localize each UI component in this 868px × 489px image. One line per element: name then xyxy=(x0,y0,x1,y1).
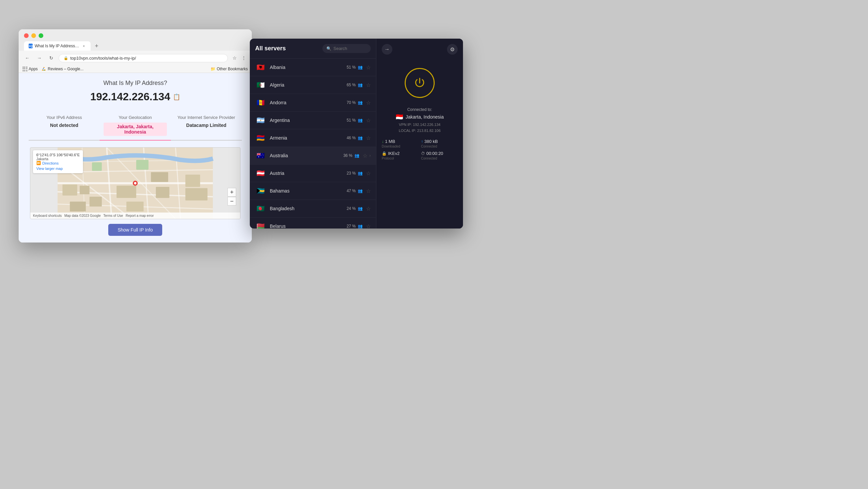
vpn-right-header: → ⚙ xyxy=(382,44,458,55)
refresh-button[interactable]: ↻ xyxy=(46,53,56,63)
star-button[interactable]: ☆ xyxy=(366,206,371,212)
address-bar[interactable]: 🔒 top10vpn.com/tools/what-is-my-ip/ xyxy=(59,54,228,62)
server-name: Andorra xyxy=(270,100,347,105)
ip-info-grid: Your IPv6 Address Not detected Your Geol… xyxy=(29,111,242,141)
server-name: Bahamas xyxy=(270,188,347,193)
tab-favicon: 1Q xyxy=(29,43,33,48)
star-button[interactable]: ☆ xyxy=(366,117,371,124)
star-button[interactable]: ☆ xyxy=(366,64,371,71)
map-directions-link[interactable]: ⏩ Directions xyxy=(36,161,80,165)
server-item[interactable]: 🇦🇩 Andorra 70 % 👥 ☆ xyxy=(250,94,376,112)
server-item[interactable]: 🇦🇱 Albania 51 % 👥 ☆ xyxy=(250,59,376,76)
maximize-traffic-light[interactable] xyxy=(39,33,43,38)
apps-grid-icon xyxy=(23,67,27,71)
local-ip-value: 213.81.82.106 xyxy=(417,129,440,132)
connected-location: 🇮🇩 Jakarta, Indonesia xyxy=(396,113,444,121)
connected-flag: 🇮🇩 xyxy=(396,113,403,121)
minimize-traffic-light[interactable] xyxy=(31,33,36,38)
back-button[interactable]: ← xyxy=(23,53,32,63)
tab-close-button[interactable]: × xyxy=(82,43,86,49)
geoloc-label: Your Geolocation xyxy=(119,115,152,120)
svg-point-25 xyxy=(134,182,136,184)
users-icon: 👥 xyxy=(358,171,363,176)
url-text: top10vpn.com/tools/what-is-my-ip/ xyxy=(70,56,136,61)
zoom-in-button[interactable]: + xyxy=(227,188,236,196)
server-name: Algeria xyxy=(270,82,347,88)
close-traffic-light[interactable] xyxy=(24,33,29,38)
browser-titlebar: 1Q What Is My IP Address? Public... × + xyxy=(19,29,252,51)
vpn-panel: All servers 🔍 🇦🇱 Albania 51 % 👥 ☆ 🇩🇿 Alg… xyxy=(250,39,463,228)
copy-ip-button[interactable]: 📋 xyxy=(173,93,180,101)
users-icon: 👥 xyxy=(358,83,363,87)
server-name: Australia xyxy=(270,153,343,158)
view-larger-map-link[interactable]: View larger map xyxy=(36,166,80,171)
directions-icon: ⏩ xyxy=(36,161,41,165)
bookmark-icon[interactable]: ☆ xyxy=(230,54,239,62)
tab-bar: 1Q What Is My IP Address? Public... × + xyxy=(24,41,246,51)
protocol-label: Protocol xyxy=(382,157,418,160)
star-button[interactable]: ☆ xyxy=(366,188,371,194)
server-load: 70 % xyxy=(347,100,356,105)
star-button[interactable]: ☆ xyxy=(366,100,371,106)
server-load: 51 % xyxy=(347,65,356,70)
isp-value: Datacamp Limited xyxy=(186,123,226,128)
apps-bookmark[interactable]: Apps xyxy=(23,67,38,71)
users-icon: 👥 xyxy=(358,206,363,211)
other-bookmarks[interactable]: 📁 Other Bookmarks xyxy=(211,67,248,71)
ipv6-cell: Your IPv6 Address Not detected xyxy=(29,111,100,141)
star-button[interactable]: ☆ xyxy=(366,170,371,177)
server-item[interactable]: 🇦🇲 Armenia 46 % 👥 ☆ xyxy=(250,129,376,147)
browser-nav: ← → ↻ 🔒 top10vpn.com/tools/what-is-my-ip… xyxy=(19,51,252,65)
star-button[interactable]: ☆ xyxy=(366,223,371,229)
vpn-ip-value: 192.142.226.134 xyxy=(413,123,441,127)
power-button[interactable] xyxy=(405,68,435,98)
server-item[interactable]: 🇦🇷 Argentina 51 % 👥 ☆ xyxy=(250,112,376,129)
star-button[interactable]: ☆ xyxy=(363,153,367,159)
map-report-link[interactable]: Report a map error xyxy=(126,214,154,217)
svg-rect-23 xyxy=(92,162,102,171)
vpn-search-box[interactable]: 🔍 xyxy=(322,44,371,53)
forward-button[interactable]: → xyxy=(35,53,44,63)
bookmarks-bar: Apps Reviews – Google... 📁 Other Bookmar… xyxy=(19,65,252,73)
connected-city: Jakarta, Indonesia xyxy=(406,114,444,120)
zoom-out-button[interactable]: − xyxy=(227,197,236,206)
server-item[interactable]: 🇩🇿 Algeria 65 % 👥 ☆ xyxy=(250,76,376,94)
server-flag: 🇩🇿 xyxy=(255,80,266,90)
server-list-scroll[interactable]: 🇦🇱 Albania 51 % 👥 ☆ 🇩🇿 Algeria 65 % 👥 ☆ … xyxy=(250,59,376,228)
vpn-stats: ↓ 1 MB Downloaded ↑ 380 kB Connected 🔒 I… xyxy=(382,139,458,160)
page-title: What Is My IP Address? xyxy=(103,80,167,87)
clock-icon: ⏱ xyxy=(421,151,425,156)
settings-button[interactable]: ⚙ xyxy=(447,44,458,55)
map-terms-link[interactable]: Terms of Use xyxy=(103,214,123,217)
upload-stat: ↑ 380 kB Connected xyxy=(421,139,458,148)
show-full-ip-button[interactable]: Show Full IP Info xyxy=(108,224,162,236)
active-tab[interactable]: 1Q What Is My IP Address? Public... × xyxy=(24,41,91,51)
geoloc-value: Jakarta, Jakarta, Indonesia xyxy=(103,123,166,136)
map-container: 6°12'41.0"S 106°50'40.6"E Jakarta ⏩ Dire… xyxy=(30,147,241,219)
time-stat: ⏱ 00:00:20 Connected xyxy=(421,151,458,160)
search-input[interactable] xyxy=(333,46,367,51)
local-ip-label: LOCAL IP: xyxy=(399,129,416,132)
download-label: Downloaded xyxy=(382,145,418,148)
server-item[interactable]: 🇦🇹 Austria 23 % 👥 ☆ xyxy=(250,164,376,182)
server-item[interactable]: 🇧🇩 Bangladesh 24 % 👥 ☆ xyxy=(250,200,376,217)
map-footer: Keyboard shortcuts Map data ©2023 Google… xyxy=(30,213,240,219)
server-flag: 🇦🇺 xyxy=(255,150,266,161)
reviews-bookmark[interactable]: Reviews – Google... xyxy=(42,67,83,71)
map-keyboard-shortcuts: Keyboard shortcuts xyxy=(33,214,62,217)
server-load: 27 % xyxy=(347,224,356,228)
server-flag: 🇧🇸 xyxy=(255,186,266,196)
star-button[interactable]: ☆ xyxy=(366,82,371,88)
server-item[interactable]: 🇧🇾 Belarus 27 % 👥 ☆ xyxy=(250,217,376,228)
vpn-ip-label: VPN IP: xyxy=(399,123,412,127)
menu-icon[interactable]: ⋮ xyxy=(240,54,248,62)
server-arrow: › xyxy=(369,153,371,158)
star-button[interactable]: ☆ xyxy=(366,135,371,141)
directions-label: Directions xyxy=(42,161,59,165)
server-item[interactable]: 🇦🇺 Australia 36 % 👥 ☆ › xyxy=(250,147,376,164)
connected-to-label: Connected to: xyxy=(407,107,432,112)
server-item[interactable]: 🇧🇸 Bahamas 47 % 👥 ☆ xyxy=(250,182,376,200)
tab-title: What Is My IP Address? Public... xyxy=(35,43,80,48)
arrow-button[interactable]: → xyxy=(382,44,392,55)
new-tab-button[interactable]: + xyxy=(92,41,101,51)
